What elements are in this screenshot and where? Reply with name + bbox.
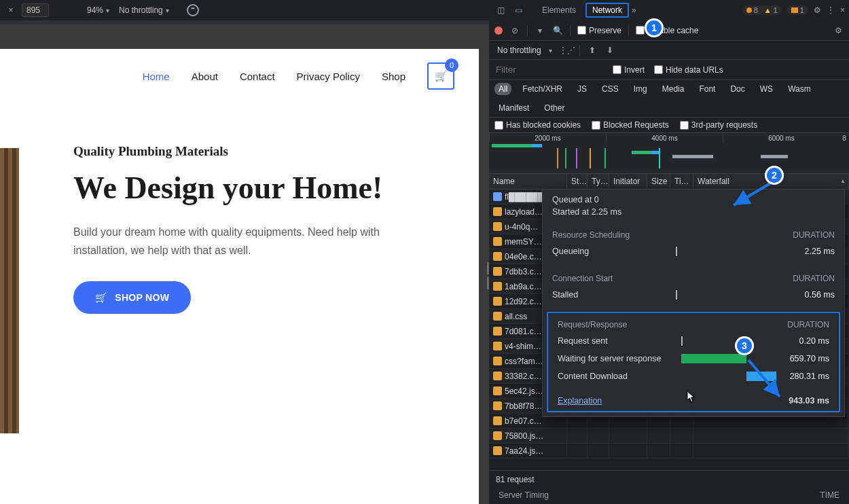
timing-started: Started at 2.25 ms — [552, 207, 835, 217]
col-size[interactable]: Size — [647, 174, 670, 189]
col-time[interactable]: Ti… — [670, 174, 693, 189]
col-initiator[interactable]: Initiator — [609, 174, 647, 189]
file-icon — [493, 237, 502, 246]
col-status[interactable]: St… — [567, 174, 588, 189]
request-name: v4-shim… — [505, 342, 541, 351]
nav-contact[interactable]: Contact — [240, 71, 275, 82]
table-header[interactable]: Name St… Ty… Initiator Size Ti… Waterfal… — [489, 174, 849, 190]
cell-initiator — [609, 429, 647, 443]
waterfall-cell[interactable] — [693, 429, 849, 443]
tab-network[interactable]: Network — [585, 3, 629, 18]
network-status-bar: 81 request — [489, 470, 849, 488]
settings-icon[interactable]: ⚙ — [814, 5, 821, 15]
viewport-width-input[interactable]: 895 — [22, 3, 49, 17]
element-picker-icon[interactable]: ◫ — [493, 3, 508, 18]
has-blocked-cookies-checkbox[interactable]: Has blocked cookies — [494, 120, 581, 130]
filter-input[interactable] — [494, 62, 603, 77]
type-js[interactable]: JS — [573, 83, 591, 95]
nav-home[interactable]: Home — [143, 71, 170, 82]
col-type[interactable]: Ty… — [588, 174, 609, 189]
file-icon — [493, 282, 502, 291]
filter-icon[interactable]: ▾ — [535, 25, 545, 36]
timing-bar — [661, 290, 776, 300]
overview-tick: 4000 ms — [606, 133, 723, 142]
cart-button[interactable]: 🛒 0 — [427, 62, 454, 90]
request-name: 33382.c… — [505, 372, 542, 381]
type-wasm[interactable]: Wasm — [784, 83, 815, 95]
hero-eyebrow: Quality Plumbing Materials — [73, 144, 399, 159]
clear-icon[interactable]: ⊘ — [509, 25, 520, 36]
tab-elements[interactable]: Elements — [535, 3, 583, 18]
throttling-dropdown-device[interactable]: No throttling — [116, 5, 172, 15]
upload-har-icon[interactable]: ⬆ — [587, 45, 598, 56]
callout-2: 2 — [765, 166, 784, 185]
third-party-checkbox[interactable]: 3rd-party requests — [680, 120, 757, 130]
waterfall-cell[interactable] — [693, 444, 849, 458]
cell-time — [670, 429, 693, 443]
request-name: 5ec42.js… — [505, 386, 543, 396]
type-filter-row: All Fetch/XHR JS CSS Img Media Font Doc … — [489, 80, 849, 118]
kebab-menu-icon[interactable]: ⋮ — [827, 5, 835, 15]
table-row[interactable]: 7aa24.js… — [489, 444, 849, 458]
type-css[interactable]: CSS — [598, 83, 623, 95]
file-icon — [493, 386, 502, 395]
server-timing-header: Server Timing — [499, 490, 820, 501]
hide-data-urls-checkbox[interactable]: Hide data URLs — [654, 65, 723, 75]
cell-size — [647, 429, 670, 443]
messages-badge[interactable]: 1 — [787, 5, 808, 15]
type-manifest[interactable]: Manifest — [494, 102, 533, 114]
type-fetchxhr[interactable]: Fetch/XHR — [518, 83, 566, 95]
section-title: Request/Response — [558, 320, 787, 329]
type-ws[interactable]: WS — [756, 83, 777, 95]
request-count: 81 request — [496, 475, 535, 484]
type-img[interactable]: Img — [630, 83, 651, 95]
record-icon[interactable] — [494, 26, 503, 35]
close-devtools-icon[interactable]: × — [840, 5, 845, 15]
download-har-icon[interactable]: ⬇ — [604, 45, 615, 56]
preserve-log-checkbox[interactable]: Preserve — [577, 26, 621, 35]
nav-privacy[interactable]: Privacy Policy — [297, 71, 360, 82]
timing-value: 0.56 ms — [776, 290, 835, 300]
network-overview[interactable]: 2000 ms 4000 ms 6000 ms 8 — [489, 133, 849, 174]
rotate-icon[interactable] — [187, 4, 199, 16]
wifi-icon[interactable]: ⋮⋰ — [562, 45, 573, 56]
file-icon — [493, 267, 502, 276]
timing-label: Queueing — [552, 247, 661, 256]
shop-now-button[interactable]: SHOP NOW — [73, 281, 191, 314]
throttling-dropdown[interactable]: No throttling — [494, 46, 555, 55]
type-all[interactable]: All — [494, 83, 511, 95]
blocked-requests-checkbox[interactable]: Blocked Requests — [592, 120, 669, 130]
devtools-top-bar: × 895 94% No throttling ◫ ▭ Elements Net… — [0, 0, 849, 20]
type-other[interactable]: Other — [540, 102, 568, 114]
cart-icon: 🛒 — [435, 70, 448, 82]
type-font[interactable]: Font — [695, 83, 719, 95]
invert-checkbox[interactable]: Invert — [613, 65, 645, 75]
site-nav: Home About Contact Privacy Policy Shop 🛒… — [0, 49, 479, 103]
file-icon — [493, 297, 502, 306]
more-tabs-icon[interactable]: » — [632, 5, 636, 15]
rendered-page: Home About Contact Privacy Policy Shop 🛒… — [0, 49, 479, 504]
request-name: all.css — [505, 312, 527, 321]
duration-header: DURATION — [793, 230, 835, 240]
device-toggle-icon[interactable]: ▭ — [511, 3, 526, 18]
type-doc[interactable]: Doc — [726, 83, 748, 95]
close-tab-icon[interactable]: × — [4, 3, 18, 17]
timing-popup: Queued at 0 Started at 2.25 ms Resource … — [542, 189, 845, 417]
file-icon — [493, 342, 502, 350]
time-header: TIME — [820, 490, 839, 501]
nav-about[interactable]: About — [192, 71, 218, 82]
overview-tick: 8 — [839, 133, 849, 142]
request-name: 7dbb3.c… — [505, 267, 542, 276]
timing-bar — [666, 336, 771, 346]
table-row[interactable]: 75800.js… — [489, 429, 849, 444]
request-name: 75800.js… — [505, 431, 543, 441]
request-name: 04e0e.c… — [505, 252, 542, 262]
issues-badge[interactable]: 8 ▲1 — [742, 5, 782, 15]
col-name[interactable]: Name — [489, 174, 567, 189]
nav-shop[interactable]: Shop — [382, 71, 405, 82]
network-settings-icon[interactable]: ⚙ — [833, 25, 844, 36]
zoom-dropdown[interactable]: 94% — [84, 5, 112, 15]
search-icon[interactable]: 🔍 — [552, 25, 563, 36]
arrow-3 — [746, 357, 787, 402]
type-media[interactable]: Media — [658, 83, 689, 95]
